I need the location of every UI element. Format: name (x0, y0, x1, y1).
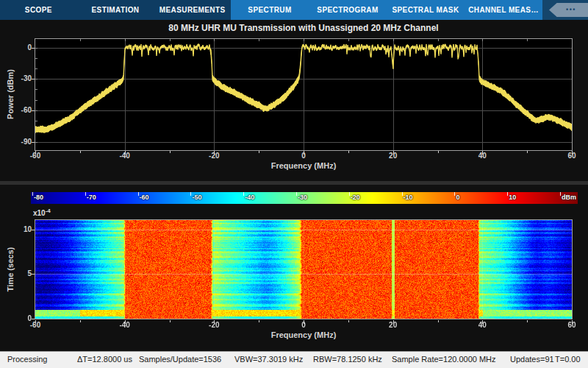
x-minor-tick-mark (438, 151, 439, 153)
tab-spectral-mask[interactable]: SPECTRAL MASK (387, 0, 465, 20)
y-tick-label: -30 (0, 74, 32, 82)
colorbar-tick-label: 0 (456, 194, 459, 201)
colorbar-tick-label: -20 (351, 194, 360, 201)
x-tick-mark (304, 320, 304, 324)
colorbar-tick-label: -30 (298, 194, 307, 201)
colorbar-tick-mark (560, 192, 561, 196)
x-minor-tick-mark (80, 151, 81, 153)
tab-group-main: SCOPEESTIMATIONMEASUREMENTS (0, 0, 231, 20)
ellipsis-icon: ••• (566, 7, 576, 13)
tab-channel-meas[interactable]: CHANNEL MEAS… (465, 0, 542, 20)
colorbar-tick-label: -40 (245, 194, 254, 201)
x-tick-mark (35, 320, 36, 324)
x-minor-tick-mark (80, 320, 81, 322)
x-minor-tick-mark (348, 151, 349, 153)
x-minor-tick-mark (438, 320, 439, 322)
tab-measurements[interactable]: MEASUREMENTS (154, 0, 231, 20)
x-minor-tick-mark (170, 320, 171, 322)
status-item: T=0.00 (555, 355, 581, 364)
x-tick-mark (393, 320, 394, 324)
tab-bar-overflow-area: ••• (542, 0, 588, 20)
panel-splitter[interactable] (0, 181, 588, 185)
x-tick-mark (214, 320, 215, 324)
tab-spectrogram[interactable]: SPECTROGRAM (309, 0, 387, 20)
y-tick-label: 10 (0, 225, 32, 233)
y-tick-label: -60 (0, 106, 32, 114)
spectrum-x-axis-label: Frequency (MHz) (35, 161, 572, 170)
y-tick-mark (32, 274, 35, 275)
spectrum-canvas[interactable] (35, 39, 572, 150)
x-tick-mark (35, 151, 36, 155)
spectrogram-y-multiplier: x10-4 (33, 208, 51, 217)
colorbar-tick-mark (402, 192, 403, 196)
spectrum-plot-area[interactable] (35, 38, 573, 151)
y-tick-mark (32, 142, 35, 143)
colorbar: -80-70-60-50-40-30-20-10010dBm (31, 192, 578, 204)
spectrum-title: 80 MHz UHR MU Transmission with Unassign… (35, 23, 572, 33)
x-minor-tick-mark (170, 151, 171, 153)
status-item: Samples/Update=1536 (139, 355, 221, 364)
x-tick-mark (125, 320, 126, 324)
colorbar-tick-label: -80 (34, 194, 43, 201)
y-tick-mark (32, 319, 35, 319)
y-tick-mark (32, 110, 35, 111)
y-tick-label: 0 (0, 314, 32, 322)
colorbar-tick-label: -60 (140, 194, 149, 201)
spectrum-analyzer-window: SCOPEESTIMATIONMEASUREMENTS SPECTRUMSPEC… (0, 0, 588, 368)
colorbar-unit-label: dBm (562, 194, 576, 201)
x-tick-mark (214, 151, 215, 155)
x-minor-tick-mark (527, 320, 528, 322)
colorbar-tick-label: -70 (87, 194, 96, 201)
colorbar-tick-mark (32, 192, 33, 196)
status-item: Processing (7, 355, 47, 364)
tab-scope[interactable]: SCOPE (0, 0, 77, 20)
spectrogram-x-axis-label: Frequency (MHz) (35, 330, 572, 339)
collapse-ribbon-arrow-icon[interactable]: ••• (549, 3, 588, 17)
status-item: ΔT=12.8000 us (77, 355, 132, 364)
spectrogram-plot-area[interactable] (35, 219, 573, 319)
y-tick-label: -90 (0, 138, 32, 146)
status-item: Updates=91 (510, 355, 554, 364)
x-minor-tick-mark (348, 320, 349, 322)
x-minor-tick-mark (527, 151, 528, 153)
x-tick-mark (572, 151, 573, 155)
y-tick-label: 0 (0, 43, 32, 52)
status-item: Sample Rate=120.0000 MHz (392, 355, 496, 364)
tab-spectrum[interactable]: SPECTRUM (231, 0, 309, 20)
colorbar-tick-label: -10 (404, 194, 413, 201)
y-tick-mark (32, 48, 35, 49)
x-minor-tick-mark (259, 151, 259, 153)
colorbar-tick-mark (138, 192, 139, 196)
y-tick-label: 5 (0, 269, 32, 277)
colorbar-tick-label: -50 (192, 194, 201, 201)
x-tick-mark (482, 151, 483, 155)
x-tick-mark (304, 151, 304, 155)
x-tick-mark (125, 151, 126, 155)
x-minor-tick-mark (259, 320, 259, 322)
y-tick-mark (32, 79, 35, 79)
y-tick-mark (32, 230, 35, 230)
spectrum-y-axis-label: Power (dBm) (6, 57, 15, 131)
tab-group-context: SPECTRUMSPECTROGRAMSPECTRAL MASKCHANNEL … (231, 0, 542, 20)
tab-estimation[interactable]: ESTIMATION (77, 0, 154, 20)
colorbar-tick-mark (296, 192, 297, 196)
spectrogram-canvas[interactable] (35, 220, 572, 319)
colorbar-tick-mark (349, 192, 350, 196)
x-tick-mark (393, 151, 394, 155)
x-tick-mark (572, 320, 573, 324)
colorbar-tick-label: 10 (509, 194, 516, 201)
tab-bar: SCOPEESTIMATIONMEASUREMENTS SPECTRUMSPEC… (0, 0, 588, 20)
status-bar: ProcessingΔT=12.8000 usSamples/Update=15… (0, 351, 588, 368)
colorbar-tick-mark (85, 192, 86, 196)
status-item: RBW=78.1250 kHz (313, 355, 382, 364)
status-item: VBW=37.3019 kHz (234, 355, 303, 364)
x-tick-mark (482, 320, 483, 324)
